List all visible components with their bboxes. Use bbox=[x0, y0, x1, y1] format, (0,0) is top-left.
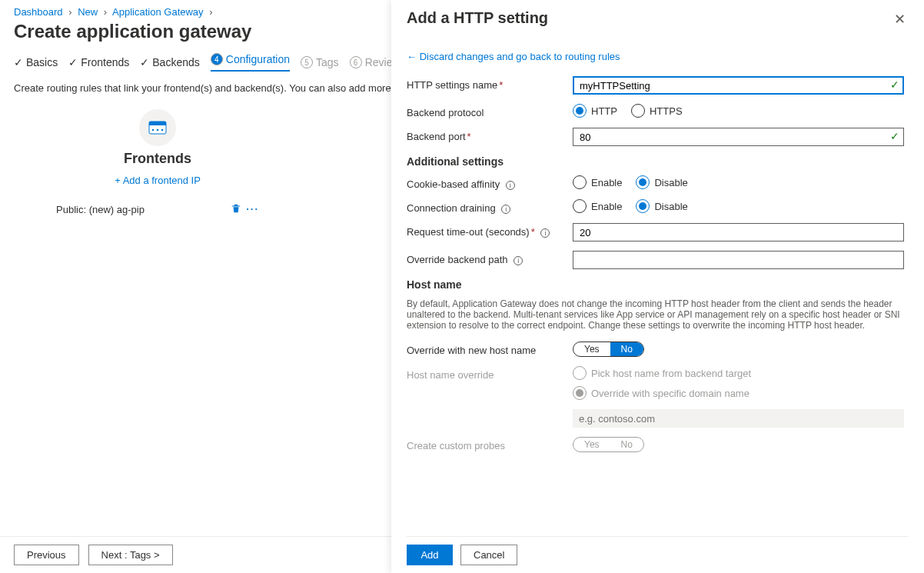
add-button[interactable]: Add bbox=[407, 545, 453, 565]
wizard-step-label: Frontends bbox=[81, 56, 129, 68]
custom-probes-toggle: Yes No bbox=[573, 437, 644, 452]
override-backend-path-input[interactable] bbox=[573, 251, 904, 269]
name-label: HTTP settings name* bbox=[407, 76, 573, 91]
chevron-icon: › bbox=[68, 6, 71, 18]
chevron-icon: › bbox=[104, 6, 107, 18]
step-number-icon: 4 bbox=[211, 53, 223, 65]
custom-probes-label: Create custom probes bbox=[407, 437, 573, 451]
request-timeout-input[interactable] bbox=[573, 223, 904, 242]
draining-enable-radio[interactable]: Enable bbox=[573, 199, 622, 213]
cancel-button[interactable]: Cancel bbox=[460, 545, 517, 565]
cookie-disable-radio[interactable]: Disable bbox=[636, 175, 687, 189]
cookie-enable-radio[interactable]: Enable bbox=[573, 175, 622, 189]
protocol-https-radio[interactable]: HTTPS bbox=[631, 104, 683, 118]
wizard-step-configuration[interactable]: 4 Configuration bbox=[211, 53, 290, 72]
breadcrumb-item[interactable]: Dashboard bbox=[14, 6, 63, 18]
check-icon: ✓ bbox=[140, 56, 149, 68]
svg-point-3 bbox=[157, 129, 159, 132]
http-settings-name-input[interactable] bbox=[573, 76, 904, 95]
timeout-label: Request time-out (seconds)* i bbox=[407, 223, 573, 238]
wizard-step-tags[interactable]: 5 Tags bbox=[301, 56, 339, 68]
cookie-label: Cookie-based affinity i bbox=[407, 175, 573, 190]
info-icon[interactable]: i bbox=[501, 205, 510, 214]
check-icon: ✓ bbox=[14, 56, 23, 68]
frontends-title: Frontends bbox=[50, 151, 265, 167]
draining-label: Connection draining i bbox=[407, 199, 573, 214]
info-icon[interactable]: i bbox=[514, 256, 523, 265]
svg-point-2 bbox=[152, 129, 155, 132]
step-number-icon: 5 bbox=[301, 56, 313, 68]
valid-check-icon: ✓ bbox=[890, 78, 899, 91]
frontends-icon bbox=[139, 109, 176, 146]
protocol-label: Backend protocol bbox=[407, 104, 573, 118]
toggle-no[interactable]: No bbox=[610, 342, 643, 356]
host-name-input bbox=[573, 409, 904, 428]
wizard-step-label: Configuration bbox=[226, 53, 290, 65]
info-icon[interactable]: i bbox=[506, 181, 515, 190]
host-override-label: Host name override bbox=[407, 366, 573, 381]
info-icon[interactable]: i bbox=[540, 228, 550, 238]
wizard-step-label: Basics bbox=[26, 56, 58, 68]
additional-settings-heading: Additional settings bbox=[407, 155, 904, 168]
frontend-ip-label: Public: (new) ag-pip bbox=[56, 204, 145, 215]
panel-footer: Add Cancel bbox=[407, 536, 909, 573]
port-label: Backend port* bbox=[407, 128, 573, 142]
backend-port-input[interactable] bbox=[573, 128, 904, 146]
override-path-label: Override backend path i bbox=[407, 251, 573, 265]
chevron-icon: › bbox=[209, 6, 212, 18]
wizard-step-frontends[interactable]: ✓ Frontends bbox=[68, 56, 129, 68]
wizard-step-label: Tags bbox=[316, 56, 339, 68]
add-frontend-ip-link[interactable]: + Add a frontend IP bbox=[50, 175, 265, 186]
next-button[interactable]: Next : Tags > bbox=[88, 545, 173, 565]
draining-disable-radio[interactable]: Disable bbox=[636, 199, 687, 213]
breadcrumb-item[interactable]: Application Gateway bbox=[112, 6, 204, 18]
svg-rect-1 bbox=[149, 122, 166, 125]
frontend-ip-row: Public: (new) ag-pip ··· bbox=[50, 198, 265, 221]
svg-point-4 bbox=[161, 129, 164, 132]
discard-link[interactable]: Discard changes and go back to routing r… bbox=[407, 51, 904, 62]
wizard-step-basics[interactable]: ✓ Basics bbox=[14, 56, 58, 68]
host-specific-domain-radio: Override with specific domain name bbox=[573, 386, 904, 400]
delete-icon[interactable] bbox=[231, 203, 241, 216]
host-description: By default, Application Gateway does not… bbox=[407, 298, 904, 331]
override-host-toggle[interactable]: Yes No bbox=[573, 341, 644, 357]
toggle-yes[interactable]: Yes bbox=[573, 342, 610, 356]
more-icon[interactable]: ··· bbox=[246, 203, 259, 216]
check-icon: ✓ bbox=[68, 56, 78, 68]
breadcrumb-item[interactable]: New bbox=[78, 6, 98, 18]
protocol-http-radio[interactable]: HTTP bbox=[573, 104, 617, 118]
close-icon[interactable]: ✕ bbox=[891, 9, 909, 29]
previous-button[interactable]: Previous bbox=[14, 545, 79, 565]
panel-title: Add a HTTP setting bbox=[407, 9, 548, 27]
wizard-step-label: Backends bbox=[152, 56, 199, 68]
toggle-no: No bbox=[610, 438, 643, 451]
valid-check-icon: ✓ bbox=[890, 130, 899, 142]
wizard-step-backends[interactable]: ✓ Backends bbox=[140, 56, 199, 68]
override-host-label: Override with new host name bbox=[407, 341, 573, 356]
frontends-column: Frontends + Add a frontend IP Public: (n… bbox=[50, 109, 265, 221]
toggle-yes: Yes bbox=[573, 438, 610, 451]
step-number-icon: 6 bbox=[350, 56, 362, 68]
host-name-heading: Host name bbox=[407, 278, 904, 291]
http-setting-panel: Add a HTTP setting ✕ Discard changes and… bbox=[391, 0, 924, 573]
host-pick-backend-radio: Pick host name from backend target bbox=[573, 366, 904, 380]
